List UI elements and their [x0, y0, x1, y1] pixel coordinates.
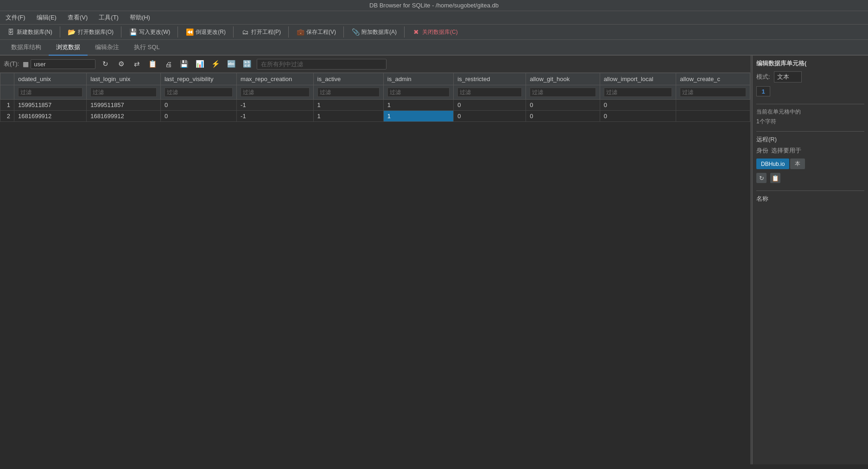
cell-2-is-admin[interactable]: 1 [383, 111, 454, 122]
row-num-2: 2 [0, 111, 14, 122]
cell-1-is-active[interactable]: 1 [313, 100, 383, 111]
cell-1-is-restricted[interactable]: 0 [454, 100, 526, 111]
filter-allow-create [676, 85, 750, 100]
menu-file[interactable]: 文件(F) [4, 13, 27, 23]
remote-action-button[interactable]: 📋 [770, 173, 780, 183]
copy-button[interactable]: 📋 [146, 58, 158, 70]
tab-browse-data[interactable]: 浏览数据 [49, 40, 88, 56]
filter-allow-create-input[interactable] [680, 88, 746, 97]
revert-button[interactable]: ⏪ 倒退更改(R) [182, 26, 229, 38]
table-selector[interactable]: user [31, 59, 95, 69]
menu-edit[interactable]: 编辑(E) [35, 13, 58, 23]
cell-2-updated-unix[interactable]: 1681699912 [14, 111, 87, 122]
filter-is-active-input[interactable] [317, 88, 380, 97]
panel-divider-2 [756, 131, 864, 132]
filter-max-repo-input[interactable] [241, 88, 310, 97]
toggle-button[interactable]: ⇄ [131, 58, 143, 70]
filter-updated-unix-input[interactable] [18, 88, 82, 97]
open-project-icon: 🗂 [241, 28, 249, 36]
text-btn-2[interactable]: 🔤 [225, 58, 237, 70]
col-updated-unix[interactable]: odated_unix [14, 73, 87, 85]
cell-2-max-repo[interactable]: -1 [237, 111, 314, 122]
cell-2-allow-git[interactable]: 0 [526, 111, 600, 122]
filter-allow-import-input[interactable] [604, 88, 672, 97]
table-row[interactable]: 2 1681699912 1681699912 0 -1 1 1 0 0 0 [0, 111, 750, 122]
menu-view[interactable]: 查看(V) [66, 13, 89, 23]
mode-label: 模式: [756, 73, 770, 81]
attach-db-button[interactable]: 📎 附加数据库(A) [348, 26, 400, 38]
refresh-table-button[interactable]: ↻ [99, 58, 111, 70]
table-row[interactable]: 1 1599511857 1599511857 0 -1 1 1 0 0 0 [0, 100, 750, 111]
cell-1-last-repo-vis[interactable]: 0 [160, 100, 236, 111]
panel-divider-1 [756, 104, 864, 104]
filter-is-active [313, 85, 383, 100]
col-last-login-unix[interactable]: last_login_unix [87, 73, 161, 85]
filter-button[interactable]: ⚙ [115, 58, 127, 70]
menu-help[interactable]: 帮助(H) [128, 13, 152, 23]
char-count: 1个字符 [756, 118, 864, 126]
cell-2-is-active[interactable]: 1 [313, 111, 383, 122]
right-panel-title: 编辑数据库单元格( [756, 59, 864, 68]
open-project-label: 打开工程(P) [251, 28, 281, 36]
tab-execute-sql[interactable]: 执行 SQL [127, 40, 167, 56]
cell-1-is-admin[interactable]: 1 [383, 100, 454, 111]
save-project-button[interactable]: 💼 保存工程(V) [292, 26, 340, 38]
write-label: 写入更改(W) [139, 28, 170, 36]
open-db-label: 打开数据库(O) [78, 28, 114, 36]
filter-allow-git-input[interactable] [530, 88, 596, 97]
cell-value-display[interactable]: 1 [756, 86, 770, 96]
cell-1-allow-create[interactable] [676, 100, 750, 111]
identity-label: 身份 [756, 146, 768, 155]
filter-is-admin-input[interactable] [387, 88, 450, 97]
cell-2-last-login[interactable]: 1681699912 [87, 111, 161, 122]
cell-1-last-login[interactable]: 1599511857 [87, 100, 161, 111]
toolbar-separator-5 [288, 26, 289, 38]
global-filter-input[interactable] [257, 59, 386, 70]
filter-last-login-input[interactable] [90, 88, 157, 97]
export-button[interactable]: 💾 [178, 58, 190, 70]
col-allow-create-c[interactable]: allow_create_c [676, 73, 750, 85]
col-is-admin[interactable]: is_admin [383, 73, 454, 85]
print-button[interactable]: 🖨 [162, 58, 174, 70]
cell-1-max-repo[interactable]: -1 [237, 100, 314, 111]
new-db-label: 新建数据库(N) [17, 28, 52, 36]
col-is-active[interactable]: is_active [313, 73, 383, 85]
column-headers: odated_unix last_login_unix last_repo_vi… [0, 73, 750, 85]
cell-1-allow-import[interactable]: 0 [600, 100, 676, 111]
cell-2-is-restricted[interactable]: 0 [454, 111, 526, 122]
filter-updated-unix [14, 85, 87, 100]
write-changes-button[interactable]: 💾 写入更改(W) [125, 26, 174, 38]
cell-1-updated-unix[interactable]: 1599511857 [14, 100, 87, 111]
filter-is-restricted-input[interactable] [457, 88, 522, 97]
col-is-restricted[interactable]: is_restricted [454, 73, 526, 85]
open-db-button[interactable]: 📂 打开数据库(O) [64, 26, 117, 38]
table-toolbar: 表(T): ▦ user ↻ ⚙ ⇄ 📋 🖨 💾 📊 ⚡ 🔤 🔡 [0, 56, 750, 73]
col-max-repo-creation[interactable]: max_repo_creation [237, 73, 314, 85]
local-tab[interactable]: 本 [790, 158, 805, 169]
data-table-wrapper[interactable]: odated_unix last_login_unix last_repo_vi… [0, 73, 750, 464]
col-last-repo-visibility[interactable]: last_repo_visibility [160, 73, 236, 85]
tab-db-structure[interactable]: 数据库结构 [4, 40, 49, 56]
filter-last-repo-input[interactable] [165, 88, 233, 97]
cell-2-allow-create[interactable] [676, 111, 750, 122]
toolbar: 🗄 新建数据库(N) 📂 打开数据库(O) 💾 写入更改(W) ⏪ 倒退更改(R… [0, 25, 868, 40]
toolbar-separator-4 [233, 26, 234, 38]
text-btn-1[interactable]: ⚡ [209, 58, 222, 70]
menu-tools[interactable]: 工具(T) [97, 13, 120, 23]
table-grid-icon: ▦ [23, 60, 29, 68]
toolbar-separator-6 [343, 26, 344, 38]
cell-2-allow-import[interactable]: 0 [600, 111, 676, 122]
col-allow-git-hook[interactable]: allow_git_hook [526, 73, 600, 85]
text-btn-3[interactable]: 🔡 [241, 58, 253, 70]
cell-1-allow-git[interactable]: 0 [526, 100, 600, 111]
chart-button[interactable]: 📊 [194, 58, 206, 70]
close-db-button[interactable]: ✖ 关闭数据库(C) [408, 26, 462, 38]
open-project-button[interactable]: 🗂 打开工程(P) [237, 26, 285, 38]
col-allow-import-local[interactable]: allow_import_local [600, 73, 676, 85]
tab-edit-pragmas[interactable]: 编辑杂注 [88, 40, 127, 56]
new-db-button[interactable]: 🗄 新建数据库(N) [3, 26, 56, 38]
cell-2-last-repo-vis[interactable]: 0 [160, 111, 236, 122]
save-project-label: 保存工程(V) [306, 28, 336, 36]
remote-refresh-button[interactable]: ↻ [756, 173, 767, 183]
dbhub-tab[interactable]: DBHub.io [756, 158, 789, 169]
